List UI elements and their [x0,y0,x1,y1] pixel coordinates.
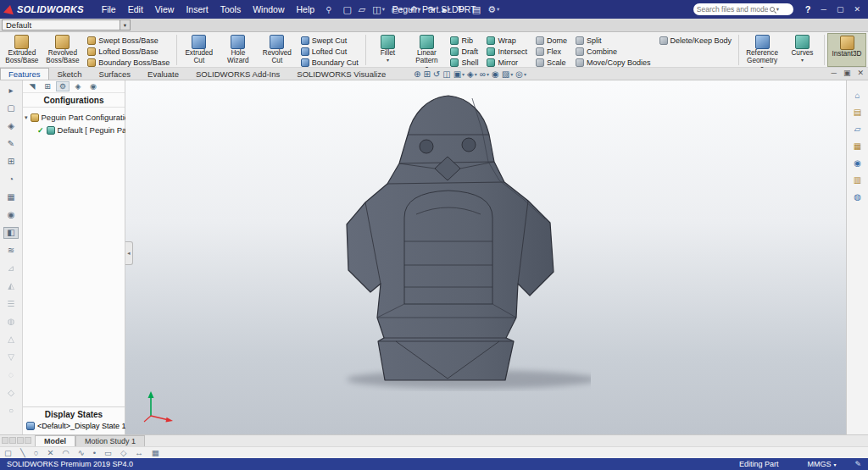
left-toolbar-icon-9[interactable]: ◧ [3,227,19,239]
view-orientation-button[interactable]: ▣▾ [453,69,465,79]
delete-keep-body-button[interactable]: Delete/Keep Body [657,36,735,45]
lofted-cut-button[interactable]: Lofted Cut [298,47,361,56]
configuration-manager-tab-icon[interactable]: ⚙ [56,81,70,91]
menu-view[interactable]: View [149,4,181,14]
extruded-boss-base-button[interactable]: Extruded Boss/Base [2,33,42,67]
panel-collapse-handle[interactable]: ◂ [125,241,133,265]
tags-icon[interactable]: ✎ [854,460,861,468]
hide-show-items-button[interactable]: ∞▾ [480,69,489,79]
section-view-button[interactable]: ◫ [442,69,450,79]
split-button[interactable]: Split [573,36,654,45]
scale-button[interactable]: Scale [533,58,570,67]
tab-motion-study-1[interactable]: Motion Study 1 [75,435,145,446]
menu-edit[interactable]: Edit [122,4,149,14]
lofted-boss-base-button[interactable]: Lofted Boss/Base [85,47,172,56]
move-copy-bodies-button[interactable]: Move/Copy Bodies [573,58,654,67]
select-tool-icon[interactable]: ▢ [4,448,12,458]
units-dropdown[interactable]: MMGS ▾ [807,460,836,468]
options-button[interactable]: ⚙▾ [485,4,502,15]
left-toolbar-icon-14[interactable]: ◍ [3,316,19,328]
left-toolbar-icon-4[interactable]: ✎ [3,138,19,150]
dimension-tool-icon[interactable]: ↔ [135,448,143,458]
left-toolbar-icon-19[interactable]: ○ [3,405,19,417]
flex-button[interactable]: Flex [533,47,570,56]
dimxpert-manager-tab-icon[interactable]: ◈ [71,82,85,91]
configuration-dropdown[interactable]: Default ▾ [2,19,131,30]
left-toolbar-icon-5[interactable]: ⊞ [3,156,19,168]
menu-help[interactable]: Help [291,4,321,14]
help-icon[interactable]: ? [800,4,816,14]
combine-button[interactable]: Combine [573,47,654,56]
line-tool-icon[interactable]: ╲ [20,448,25,458]
boundary-boss-base-button[interactable]: Boundary Boss/Base [85,58,172,67]
left-toolbar-icon-8[interactable]: ◉ [3,209,19,221]
rectangle-tool-icon[interactable]: ▭ [104,448,112,458]
left-toolbar-icon-18[interactable]: ◇ [3,387,19,399]
edit-appearance-button[interactable]: ◉ [492,69,499,79]
graphics-viewport[interactable]: ◂ [125,80,846,434]
close-icon[interactable]: ✕ [849,5,868,14]
design-library-icon[interactable]: ▤ [854,108,861,118]
document-minimize-icon[interactable]: ─ [832,69,837,77]
property-manager-tab-icon[interactable]: ⊞ [41,82,54,91]
view-settings-button[interactable]: ◎▾ [515,69,526,79]
menu-window[interactable]: Window [247,4,290,14]
tab-scroll-first-icon[interactable] [2,437,8,444]
draft-button[interactable]: Draft [448,47,481,56]
open-button[interactable]: ▱ [356,4,368,15]
hole-wizard-button[interactable]: Hole Wizard [219,33,258,67]
minimize-icon[interactable]: ─ [816,5,832,14]
display-state-item[interactable]: <Default>_Display State 1 [23,420,125,434]
trim-tool-icon[interactable]: ✕ [47,448,53,458]
revolved-cut-button[interactable]: Revolved Cut [258,33,297,67]
tab-scroll-controls[interactable] [2,435,35,446]
view-palette-icon[interactable]: ▦ [854,141,861,152]
left-toolbar-icon-17[interactable]: ◌ [3,369,19,381]
pin-menubar-icon[interactable]: ⚲ [326,5,331,14]
search-chevron-icon[interactable]: ▾ [776,6,779,13]
left-toolbar-icon-3[interactable]: ◈ [3,120,19,132]
curves-button[interactable]: Curves▾ [782,33,821,67]
zoom-fit-button[interactable]: ⊕ [414,69,420,79]
new-document-button[interactable]: ▢ [340,4,353,15]
left-toolbar-icon-13[interactable]: ☰ [3,298,19,310]
custom-properties-icon[interactable]: ▥ [854,175,861,185]
left-toolbar-icon-2[interactable]: ▢ [3,102,19,114]
solidworks-forum-icon[interactable]: ◍ [854,192,861,202]
boundary-cut-button[interactable]: Boundary Cut [298,58,361,67]
tab-scroll-next-icon[interactable] [17,437,24,444]
left-toolbar-icon-16[interactable]: ▽ [3,351,19,363]
menu-tools[interactable]: Tools [214,4,248,14]
previous-view-button[interactable]: ↺ [433,69,440,79]
swept-cut-button[interactable]: Swept Cut [298,36,361,45]
document-close-icon[interactable]: ✕ [857,69,864,77]
search-icon[interactable] [770,7,775,12]
arc-tool-icon[interactable]: ◠ [62,448,69,458]
revolved-boss-base-button[interactable]: Revolved Boss/Base [42,33,83,67]
appearances-icon[interactable]: ◉ [854,158,861,169]
rib-button[interactable]: Rib [448,36,481,45]
left-toolbar-icon-11[interactable]: ⊿ [3,263,19,274]
tab-model[interactable]: Model [35,435,75,446]
linear-pattern-button[interactable]: Linear Pattern▾ [407,33,446,67]
left-toolbar-icon-1[interactable]: ▸ [3,85,19,97]
point-tool-icon[interactable]: • [93,448,96,458]
reference-geometry-button[interactable]: Reference Geometry▾ [742,33,783,67]
instant3d-button[interactable]: Instant3D [827,33,866,67]
grid-tool-icon[interactable]: ▦ [152,448,159,458]
dome-button[interactable]: Dome [533,36,570,45]
left-toolbar-icon-15[interactable]: △ [3,334,19,346]
menu-insert[interactable]: Insert [180,4,214,14]
tab-scroll-last-icon[interactable] [25,437,31,444]
tab-sketch[interactable]: Sketch [49,68,91,80]
fillet-button[interactable]: Fillet▾ [368,33,407,67]
configuration-default-item[interactable]: ✓ Default [ Peguin Part ] [37,124,123,136]
configuration-root-item[interactable]: ▾ Peguin Part Configuration(s) [25,111,123,124]
restore-icon[interactable]: ▢ [832,5,849,14]
circle-tool-icon[interactable]: ○ [34,448,39,458]
document-restore-icon[interactable]: ▣ [843,69,851,77]
display-manager-tab-icon[interactable]: ◉ [86,82,100,91]
penguin-model[interactable] [337,91,591,391]
display-style-button[interactable]: ◈▾ [467,69,477,79]
tab-evaluate[interactable]: Evaluate [139,68,187,80]
